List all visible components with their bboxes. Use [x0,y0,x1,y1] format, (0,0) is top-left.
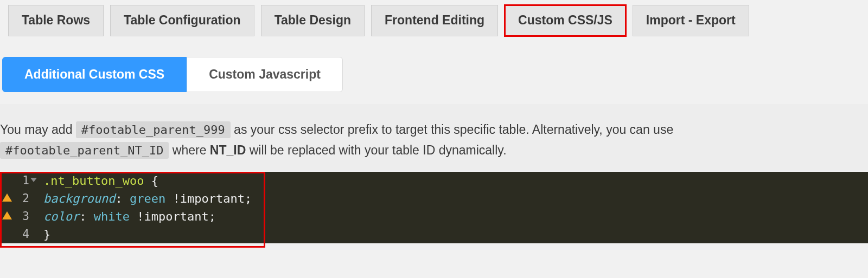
tab-table-rows[interactable]: Table Rows [8,5,104,36]
gutter: 1 [0,172,35,190]
chevron-down-icon[interactable] [30,178,37,182]
line-number: 2 [22,192,29,205]
code-content[interactable]: .nt_button_woo { [35,172,158,190]
code-editor-wrap: 1 .nt_button_woo { 2 background: green !… [0,172,868,243]
selector-chip-table-id: #footable_parent_999 [76,121,231,138]
tab-custom-css-js[interactable]: Custom CSS/JS [505,5,626,36]
tab-frontend-editing[interactable]: Frontend Editing [371,5,498,36]
css-code-editor[interactable]: 1 .nt_button_woo { 2 background: green !… [0,172,868,243]
line-number: 1 [22,174,29,187]
gutter: 4 [0,225,35,243]
sub-tab-custom-javascript[interactable]: Custom Javascript [187,57,343,92]
code-content[interactable]: color: white !important; [35,208,216,225]
tab-import-export[interactable]: Import - Export [633,5,749,36]
warning-icon[interactable] [2,193,12,202]
selector-chip-generic: #footable_parent_NT_ID [0,142,169,159]
sub-tab-bar: Additional Custom CSS Custom Javascript [0,36,868,92]
tab-table-configuration[interactable]: Table Configuration [110,5,254,36]
line-number: 4 [22,228,29,241]
code-line[interactable]: 1 .nt_button_woo { [0,172,868,190]
sub-tab-additional-custom-css[interactable]: Additional Custom CSS [2,57,187,92]
top-tab-bar: Table Rows Table Configuration Table Des… [0,0,868,36]
code-line[interactable]: 3 color: white !important; [0,208,868,225]
code-line[interactable]: 4 } [0,225,868,243]
gutter: 3 [0,208,35,225]
help-text-line-1: You may add #footable_parent_999 as your… [0,120,865,140]
code-content[interactable]: } [35,225,50,243]
code-content[interactable]: background: green !important; [35,190,252,208]
line-number: 3 [22,210,29,223]
tab-table-design[interactable]: Table Design [261,5,365,36]
gutter: 2 [0,190,35,208]
warning-icon[interactable] [2,211,12,219]
help-text-area: You may add #footable_parent_999 as your… [0,104,868,171]
help-text-line-2: #footable_parent_NT_ID where NT_ID will … [0,140,865,161]
code-line[interactable]: 2 background: green !important; [0,190,868,208]
